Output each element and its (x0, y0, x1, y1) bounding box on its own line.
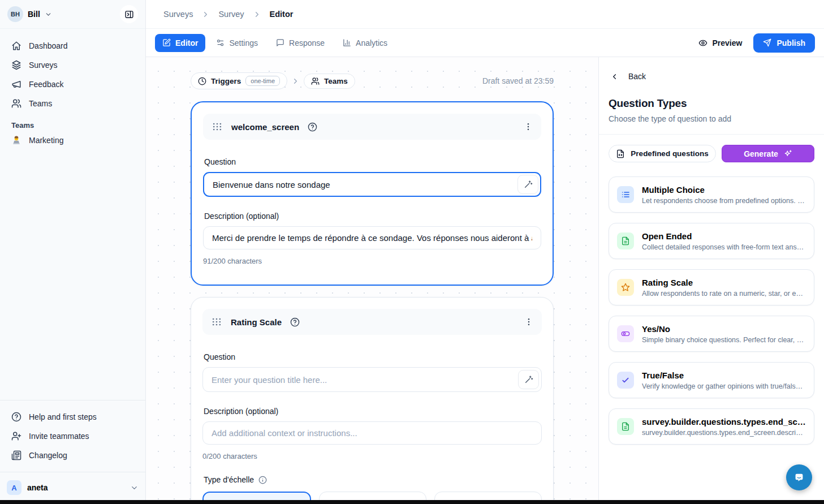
question-card-welcome-screen[interactable]: welcome_screen Question Description (opt… (191, 101, 554, 286)
question-type-rating-scale[interactable]: Rating Scale Allow respondents to rate o… (609, 269, 814, 305)
kebab-menu-icon[interactable] (524, 122, 533, 131)
breadcrumb: Surveys Survey Editor (146, 0, 824, 29)
tab-analytics[interactable]: Analytics (335, 34, 395, 52)
sidebar-item-label: Surveys (29, 61, 58, 70)
breadcrumb-surveys[interactable]: Surveys (163, 10, 193, 19)
layers-icon (11, 60, 21, 70)
sidebar-item-invite[interactable]: Invite teammates (6, 427, 95, 446)
question-title-input[interactable] (203, 172, 541, 197)
question-type-end-screen[interactable]: survey.builder.questions.types.end_scr..… (609, 408, 814, 445)
generate-button[interactable]: Generate (722, 145, 814, 162)
preview-button[interactable]: Preview (698, 38, 743, 48)
eye-icon (698, 38, 707, 48)
help-circle-icon[interactable] (308, 122, 317, 132)
teams-chip[interactable]: Teams (304, 74, 355, 89)
main-area: Surveys Survey Editor Editor Settings Re… (146, 0, 824, 504)
org-name: aneta (27, 483, 48, 492)
back-label: Back (628, 72, 646, 81)
chat-launcher-button[interactable] (786, 464, 812, 490)
question-type-open-ended[interactable]: Open Ended Collect detailed responses wi… (609, 223, 814, 259)
type-description: survey.builder.questions.types.end_scree… (642, 429, 806, 437)
star-icon (617, 279, 634, 296)
sidebar-item-help[interactable]: Help and first steps (6, 407, 102, 427)
tab-settings[interactable]: Settings (209, 34, 265, 52)
sidebar-item-dashboard[interactable]: Dashboard (6, 36, 140, 55)
question-type-yes-no[interactable]: Yes/No Simple binary choice questions. P… (609, 316, 814, 352)
sidebar-item-teams[interactable]: Teams (6, 94, 140, 113)
question-type-true-false[interactable]: True/False Verify knowledge or gather op… (609, 362, 814, 398)
question-card-header: Rating Scale (202, 309, 542, 335)
back-button[interactable]: Back (609, 72, 646, 81)
sidebar-item-feedback[interactable]: Feedback (6, 75, 140, 94)
panel-actions: Predefined questions Generate (609, 145, 814, 162)
sidebar-item-label: Teams (29, 99, 52, 108)
teams-section: Teams Marketing (0, 113, 145, 145)
type-description: Verify knowledge or gather opinions with… (642, 382, 806, 390)
breadcrumb-survey[interactable]: Survey (218, 10, 244, 19)
user-name: Bill (28, 10, 40, 19)
tab-editor[interactable]: Editor (155, 34, 205, 52)
sidebar-header: BH Bill (0, 0, 145, 29)
pen-square-icon (162, 38, 171, 47)
publish-label: Publish (776, 38, 805, 48)
tab-response[interactable]: Response (269, 34, 332, 52)
collapse-sidebar-button[interactable] (120, 5, 138, 23)
question-card-header: welcome_screen (203, 114, 541, 140)
sliders-icon (216, 38, 225, 47)
drag-handle-icon[interactable] (211, 316, 222, 328)
question-card-rating-scale[interactable]: Rating Scale Question Description (optio… (191, 297, 554, 504)
panel-subtitle: Choose the type of question to add (609, 114, 814, 123)
type-name: Yes/No (642, 324, 806, 334)
question-description-input[interactable] (203, 226, 541, 249)
ai-rewrite-button[interactable] (517, 175, 538, 194)
ai-rewrite-button[interactable] (518, 370, 539, 389)
send-icon (763, 38, 771, 47)
bottom-edge-strip (0, 500, 824, 504)
file-text-icon (617, 418, 634, 435)
preview-label: Preview (713, 38, 743, 48)
question-card-title: welcome_screen (231, 122, 299, 132)
triggers-chip-label: Triggers (211, 77, 241, 85)
question-title-input[interactable] (202, 367, 542, 392)
question-description-input[interactable] (202, 421, 542, 445)
question-type-multiple-choice[interactable]: Multiple Choice Let respondents choose f… (609, 176, 814, 213)
question-type-list: Multiple Choice Let respondents choose f… (609, 176, 814, 445)
toolbar-actions: Preview Publish (698, 33, 816, 53)
user-plus-icon (11, 431, 21, 441)
users-icon (11, 98, 21, 109)
check-icon (617, 372, 634, 389)
sidebar-item-changelog[interactable]: Changelog (6, 446, 73, 465)
help-circle-icon[interactable] (290, 317, 300, 327)
sidebar-item-marketing[interactable]: Marketing (11, 130, 63, 145)
draft-status: Draft saved at 23:59 (482, 76, 554, 85)
users-icon (311, 77, 320, 85)
avatar: BH (7, 6, 23, 22)
user-menu[interactable]: BH Bill (7, 6, 52, 22)
description-label: Description (optional) (204, 407, 541, 416)
org-switcher[interactable]: A aneta (0, 472, 145, 504)
description-label: Description (optional) (204, 212, 540, 221)
sidebar-nav: Dashboard Surveys Feedback Teams (0, 29, 145, 113)
question-card-title: Rating Scale (231, 317, 282, 327)
generate-label: Generate (744, 149, 778, 158)
sidebar-item-surveys[interactable]: Surveys (6, 55, 140, 75)
sparkles-icon (783, 149, 792, 158)
toggle-icon (617, 325, 634, 342)
tab-label: Response (289, 38, 325, 48)
drag-handle-icon[interactable] (212, 121, 223, 132)
predefined-questions-button[interactable]: Predefined questions (609, 145, 716, 162)
editor-toolbar: Editor Settings Response Analytics Previ… (146, 29, 824, 57)
file-text-icon (617, 232, 634, 249)
panel-title: Question Types (609, 97, 814, 110)
type-name: survey.builder.questions.types.end_scr..… (642, 417, 806, 427)
home-icon (11, 41, 21, 51)
panel-collapse-icon (124, 10, 134, 19)
question-label: Question (204, 157, 540, 166)
char-count: 91/200 characters (203, 257, 541, 265)
triggers-chip[interactable]: Triggers one-time (191, 72, 287, 89)
chevron-right-icon (201, 10, 210, 19)
kebab-menu-icon[interactable] (524, 317, 533, 326)
publish-button[interactable]: Publish (753, 33, 815, 53)
message-square-icon (276, 38, 284, 47)
magic-wand-icon (524, 375, 533, 384)
